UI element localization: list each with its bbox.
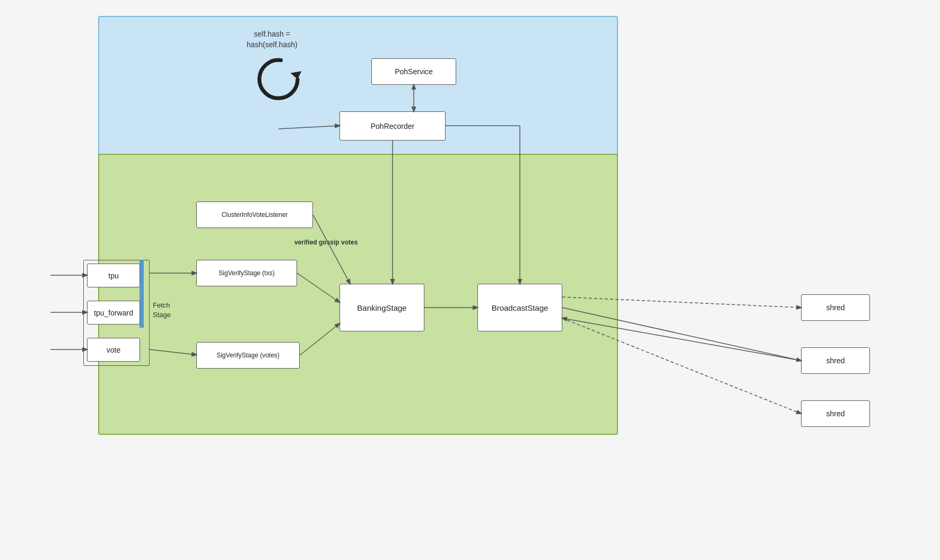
- sig-verify-txs-box: SigVerifyStage (txs): [196, 260, 297, 286]
- banking-stage-label: BankingStage: [357, 303, 406, 312]
- shred-mid-label: shred: [826, 356, 845, 365]
- broadcast-stage-label: BroadcastStage: [492, 303, 549, 312]
- sig-verify-votes-box: SigVerifyStage (votes): [196, 342, 300, 369]
- banking-stage-box: BankingStage: [340, 284, 424, 331]
- cluster-info-box: ClusterInfoVoteListener: [196, 202, 313, 228]
- poh-recorder-label: PohRecorder: [371, 122, 415, 130]
- fetch-stage-label: Fetch Stage: [153, 301, 171, 320]
- shred-bot-label: shred: [826, 409, 845, 418]
- vote-box: vote: [87, 338, 140, 362]
- sig-verify-txs-label: SigVerifyStage (txs): [219, 269, 274, 277]
- tpu-forward-box: tpu_forward: [87, 301, 140, 325]
- poh-service-label: PohService: [395, 67, 433, 76]
- svg-marker-0: [291, 71, 302, 79]
- tpu-forward-label: tpu_forward: [94, 309, 133, 317]
- shred-top-label: shred: [826, 303, 845, 312]
- self-hash-label: self.hash = hash(self.hash): [247, 29, 298, 50]
- vote-label: vote: [107, 346, 120, 354]
- shred-bot-box: shred: [801, 400, 870, 427]
- tpu-box: tpu: [87, 264, 140, 287]
- shred-top-box: shred: [801, 294, 870, 321]
- tpu-label: tpu: [108, 272, 118, 280]
- blue-bar-connector: [140, 260, 144, 328]
- diagram-container: self.hash = hash(self.hash) PohService P…: [0, 0, 940, 560]
- poh-recorder-box: PohRecorder: [340, 111, 446, 141]
- poh-service-box: PohService: [371, 58, 456, 85]
- gossip-votes-label: verified gossip votes: [294, 239, 358, 246]
- broadcast-stage-box: BroadcastStage: [477, 284, 562, 331]
- circular-arrow-icon: [255, 53, 302, 101]
- shred-mid-box: shred: [801, 347, 870, 374]
- sig-verify-votes-label: SigVerifyStage (votes): [216, 352, 280, 359]
- cluster-info-label: ClusterInfoVoteListener: [222, 211, 288, 218]
